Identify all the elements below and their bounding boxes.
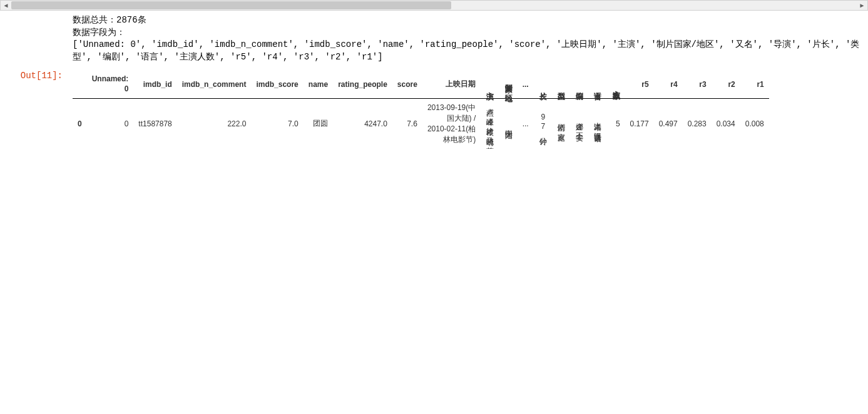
cell-r1: 0.008 xyxy=(740,98,769,149)
col-writer: 编剧 xyxy=(570,71,588,98)
col-r4: r4 xyxy=(654,71,683,98)
cell-r3: 0.283 xyxy=(683,98,712,149)
scroll-left-arrow-icon[interactable]: ◄ xyxy=(1,1,11,10)
cell-duration: 97分钟 xyxy=(534,98,552,149)
table-header-row: Unnamed: 0 imdb_id imdb_n_comment imdb_s… xyxy=(73,71,769,98)
stdout-line-3: ['Unnamed: 0', 'imdb_id', 'imdb_n_commen… xyxy=(73,39,859,62)
cell-cast-count: 5 xyxy=(606,98,625,149)
col-imdb-score: imdb_score xyxy=(251,71,303,98)
cell-language-value: 上海话／汉语普通话 xyxy=(593,116,601,129)
output-prompt: Out[11]: xyxy=(0,71,63,81)
dataframe-container[interactable]: Unnamed: 0 imdb_id imdb_n_comment imdb_s… xyxy=(73,71,862,148)
col-imdb-id: imdb_id xyxy=(133,71,176,98)
col-cast-count-label: 主演人数 xyxy=(611,84,620,87)
col-r5: r5 xyxy=(625,71,654,98)
cell-ellipsis: ... xyxy=(518,98,534,149)
col-r1: r1 xyxy=(740,71,769,98)
cell-release-l1: 2013-09-19(中 xyxy=(427,103,476,112)
cell-imdb-id: tt1587878 xyxy=(133,98,176,149)
cell-imdb-score: 7.0 xyxy=(251,98,303,149)
col-country-label: 制片国家／地区 xyxy=(504,78,512,89)
stdout-text: 数据总共：2876条 数据字段为： ['Unnamed: 0', 'imdb_i… xyxy=(0,14,868,63)
cell-writer-value: 金娜／王全安 xyxy=(575,117,583,128)
col-duration: 片长 xyxy=(534,71,552,98)
notebook-output-area: 数据总共：2876条 数据字段为： ['Unnamed: 0', 'imdb_i… xyxy=(0,11,868,149)
col-name: name xyxy=(304,71,333,98)
col-language-label: 语言 xyxy=(593,86,601,87)
col-cast-count: 主演人数 xyxy=(606,71,625,98)
stdout-line-2: 数据字段为： xyxy=(73,28,125,38)
cell-country: 中国大陆 xyxy=(499,98,517,149)
cell-score: 7.6 xyxy=(392,98,422,149)
col-release-date: 上映日期 xyxy=(422,71,481,98)
cell-duration-value: 97分钟 xyxy=(539,113,547,133)
cell-cast: 卢燕／凌峰／徐才根／马晓晴／莫小棋 xyxy=(481,98,499,149)
cell-release-date: 2013-09-19(中 国大陆) / 2010-02-11(柏 林电影节) xyxy=(422,98,481,149)
col-country: 制片国家／地区 xyxy=(499,71,517,98)
col-unnamed0: Unnamed: 0 xyxy=(87,71,134,98)
col-ellipsis: ... xyxy=(518,71,534,98)
col-unnamed0-l1: Unnamed: xyxy=(92,74,129,83)
col-genre: 类型 xyxy=(552,71,570,98)
cell-rating-people: 4247.0 xyxy=(333,98,392,149)
cell-release-l3: 2010-02-11(柏 xyxy=(427,124,476,133)
horizontal-scrollbar[interactable]: ◄ ► xyxy=(0,0,868,11)
col-r3: r3 xyxy=(683,71,712,98)
cell-unnamed0: 0 xyxy=(87,98,134,149)
cell-language: 上海话／汉语普通话 xyxy=(588,98,606,149)
cell-country-value: 中国大陆 xyxy=(504,124,512,126)
cell-cast-value: 卢燕／凌峰／徐才根／马晓晴／莫小棋 xyxy=(486,103,494,143)
col-r2: r2 xyxy=(712,71,740,98)
stdout-line-1: 数据总共：2876条 xyxy=(73,15,146,25)
col-duration-label: 片长 xyxy=(539,86,547,87)
cell-r2: 0.034 xyxy=(712,98,740,149)
cell-imdb-n-comment: 222.0 xyxy=(177,98,252,149)
col-index xyxy=(73,71,87,98)
col-writer-label: 编剧 xyxy=(575,86,583,87)
col-cast: 主演 xyxy=(481,71,499,98)
cell-r5: 0.177 xyxy=(625,98,654,149)
scroll-thumb[interactable] xyxy=(11,1,451,9)
table-row: 0 0 tt1587878 222.0 7.0 团圆 4247.0 7.6 20… xyxy=(73,98,769,149)
col-imdb-n-comment: imdb_n_comment xyxy=(177,71,252,98)
col-genre-label: 类型 xyxy=(557,86,565,87)
cell-index: 0 xyxy=(73,98,87,149)
cell-release-l2: 国大陆) / xyxy=(447,114,476,123)
cell-genre-value: 剧情／家庭 xyxy=(557,118,565,128)
cell-r4: 0.497 xyxy=(654,98,683,149)
col-unnamed0-l2: 0 xyxy=(125,84,129,93)
col-language: 语言 xyxy=(588,71,606,98)
cell-name: 团圆 xyxy=(304,98,333,149)
col-rating-people: rating_people xyxy=(333,71,392,98)
scroll-track[interactable] xyxy=(11,1,857,10)
cell-writer: 金娜／王全安 xyxy=(570,98,588,149)
dataframe-table: Unnamed: 0 imdb_id imdb_n_comment imdb_s… xyxy=(73,71,769,148)
cell-genre: 剧情／家庭 xyxy=(552,98,570,149)
scroll-right-arrow-icon[interactable]: ► xyxy=(857,1,867,10)
cell-release-l4: 林电影节) xyxy=(443,135,476,144)
col-cast-label: 主演 xyxy=(486,86,494,87)
col-score: score xyxy=(392,71,422,98)
